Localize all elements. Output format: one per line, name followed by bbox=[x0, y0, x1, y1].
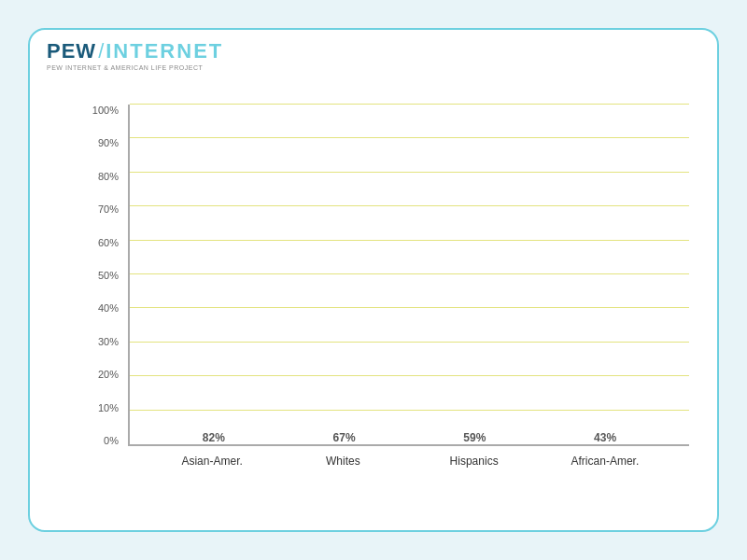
x-axis-label: Whites bbox=[277, 455, 408, 468]
bar-value-label: 67% bbox=[333, 431, 356, 444]
bar-wrapper: 59% bbox=[442, 431, 507, 444]
x-axis-label: Asian-Amer. bbox=[147, 455, 277, 468]
y-axis-label: 80% bbox=[98, 171, 119, 182]
y-axis-label: 10% bbox=[98, 402, 119, 413]
bar-value-label: 59% bbox=[463, 431, 486, 444]
y-axis-label: 40% bbox=[98, 302, 119, 314]
logo-area: PEW / INTERNET PEW INTERNET & AMERICAN L… bbox=[47, 39, 223, 71]
logo-internet: INTERNET bbox=[106, 39, 223, 63]
y-axis-label: 20% bbox=[98, 369, 119, 380]
y-axis-label: 100% bbox=[92, 105, 119, 116]
y-axis-label: 70% bbox=[98, 203, 119, 215]
y-axis-label: 50% bbox=[98, 270, 119, 281]
bar-value-label: 82% bbox=[203, 431, 225, 444]
logo-slash: / bbox=[98, 39, 104, 63]
bar-group: 43% bbox=[540, 431, 670, 444]
main-card: PEW / INTERNET PEW INTERNET & AMERICAN L… bbox=[28, 28, 719, 532]
y-axis-label: 30% bbox=[98, 336, 119, 347]
bars-area: 82%67%59%43% bbox=[130, 105, 689, 444]
logo-subtitle: PEW INTERNET & AMERICAN LIFE PROJECT bbox=[47, 64, 223, 71]
x-axis-label: African-Amer. bbox=[540, 455, 670, 468]
logo-main: PEW / INTERNET bbox=[47, 39, 223, 63]
y-axis-label: 90% bbox=[98, 137, 119, 148]
chart-area: 82%67%59%43% bbox=[128, 105, 689, 446]
x-labels: Asian-Amer.WhitesHispanicsAfrican-Amer. bbox=[128, 448, 689, 474]
y-axis-label: 0% bbox=[104, 435, 119, 446]
bar-value-label: 43% bbox=[594, 431, 616, 444]
logo-pew: PEW bbox=[47, 39, 96, 63]
y-axis-label: 60% bbox=[98, 237, 119, 248]
bar-group: 67% bbox=[279, 431, 410, 444]
chart-container: 0%10%20%30%40%50%60%70%80%90%100% 82%67%… bbox=[86, 105, 689, 474]
bar-wrapper: 43% bbox=[572, 431, 638, 444]
x-axis-label: Hispanics bbox=[409, 455, 540, 468]
bar-group: 82% bbox=[148, 431, 279, 444]
bar-wrapper: 82% bbox=[181, 431, 247, 444]
bar-group: 59% bbox=[410, 431, 541, 444]
bar-wrapper: 67% bbox=[312, 431, 377, 444]
y-axis: 0%10%20%30%40%50%60%70%80%90%100% bbox=[86, 105, 123, 446]
